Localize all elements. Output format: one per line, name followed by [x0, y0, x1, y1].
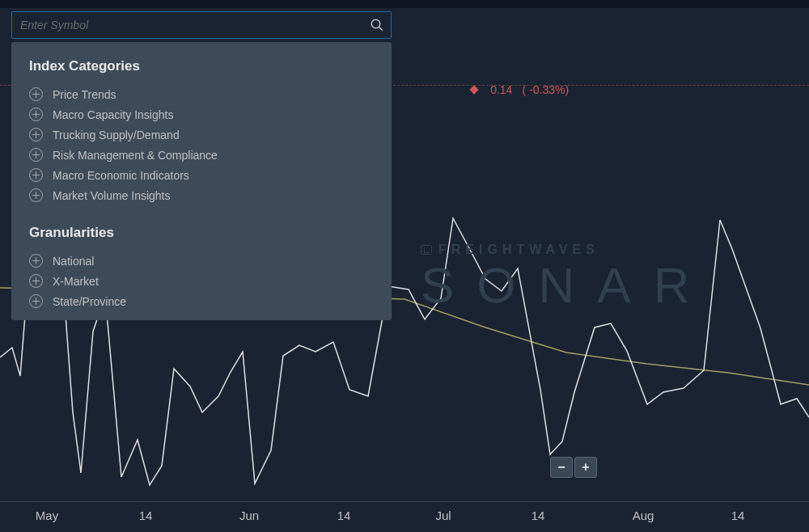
dropdown-item-label: Price Trends: [53, 88, 116, 101]
dropdown-section-title: Granularities: [29, 225, 374, 241]
plus-circle-icon: [29, 128, 43, 141]
dropdown-item-label: Trucking Supply/Demand: [53, 129, 180, 141]
plus-circle-icon: [29, 108, 43, 121]
dropdown-item-label: Macro Capacity Insights: [53, 108, 173, 121]
plus-circle-icon: [29, 274, 43, 288]
dropdown-item-label: Risk Management & Compliance: [53, 149, 218, 162]
x-axis-tick: Jun: [239, 509, 259, 522]
x-axis-tick: Jul: [435, 509, 451, 522]
dropdown-item-label: State/Province: [53, 295, 126, 308]
plus-circle-icon: [29, 87, 43, 101]
dropdown-item-label: Macro Economic Indicators: [53, 169, 189, 182]
x-axis-tick: 14: [337, 509, 351, 522]
dropdown-section-title: Index Categories: [29, 58, 374, 74]
dropdown-item-label: Market Volume Insights: [53, 189, 171, 202]
plus-circle-icon: [29, 294, 43, 308]
dropdown-item[interactable]: State/Province: [29, 291, 374, 311]
zoom-in-button[interactable]: +: [574, 457, 597, 478]
symbol-search-panel: Index CategoriesPrice TrendsMacro Capaci…: [11, 11, 392, 320]
dropdown-item[interactable]: Price Trends: [29, 84, 374, 104]
zoom-out-button[interactable]: −: [550, 457, 573, 478]
symbol-search-input[interactable]: [12, 19, 363, 32]
dropdown-item[interactable]: Trucking Supply/Demand: [29, 125, 374, 145]
zoom-controls: − +: [550, 457, 597, 478]
symbol-search-row[interactable]: [11, 11, 392, 39]
svg-line-1: [379, 27, 383, 31]
plus-circle-icon: [29, 168, 43, 182]
dropdown-item-label: National: [53, 255, 94, 268]
dropdown-scroll[interactable]: Index CategoriesPrice TrendsMacro Capaci…: [11, 55, 392, 312]
dropdown-item-label: X-Market: [53, 275, 99, 288]
dropdown-item[interactable]: X-Market: [29, 271, 374, 291]
x-axis-tick: Aug: [633, 509, 654, 522]
plus-circle-icon: [29, 188, 43, 202]
dropdown-item[interactable]: Lane: [29, 311, 374, 312]
dropdown-item[interactable]: Macro Economic Indicators: [29, 165, 374, 185]
search-icon[interactable]: [363, 18, 391, 32]
dropdown-item[interactable]: National: [29, 251, 374, 271]
plus-circle-icon: [29, 254, 43, 268]
x-axis: May14Jun14Jul14Aug14: [0, 501, 809, 532]
symbol-dropdown: Index CategoriesPrice TrendsMacro Capaci…: [11, 42, 392, 320]
plus-circle-icon: [29, 148, 43, 162]
dropdown-item[interactable]: Macro Capacity Insights: [29, 104, 374, 125]
top-bar: [0, 0, 809, 8]
x-axis-tick: 14: [731, 509, 745, 522]
dropdown-item[interactable]: Risk Management & Compliance: [29, 145, 374, 165]
dropdown-item[interactable]: Market Volume Insights: [29, 185, 374, 205]
x-axis-tick: 14: [139, 509, 153, 522]
x-axis-tick: May: [36, 509, 58, 522]
x-axis-tick: 14: [532, 509, 545, 522]
svg-point-0: [371, 19, 380, 28]
